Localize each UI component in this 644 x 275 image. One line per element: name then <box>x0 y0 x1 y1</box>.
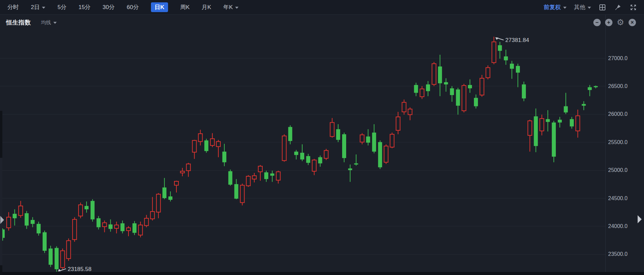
tab-60min[interactable]: 60分 <box>127 3 139 11</box>
chart-header: 恒生指数 均线 − + ⚙ × <box>0 15 644 27</box>
tab-label: 2日 <box>31 3 40 11</box>
adjust-type-label: 前复权 <box>544 3 561 11</box>
tab-year-k[interactable]: 年K <box>223 3 238 11</box>
low-price-annotation: 23185.58 <box>68 266 92 272</box>
toolbar-right: 前复权 其他 <box>544 3 637 11</box>
settings-gear-icon[interactable]: ⚙ <box>617 18 624 27</box>
other-label: 其他 <box>574 3 585 11</box>
period-toolbar: 分时 2日 5分 15分 30分 60分 日K 周K 月K 年K 前复权 其他 <box>0 0 644 15</box>
chart-controls: − + ⚙ × <box>593 19 636 27</box>
candlestick-chart[interactable]: 27000.026500.026000.025500.025000.024500… <box>0 15 644 275</box>
chart-panel: 27000.026500.026000.025500.025000.024500… <box>0 15 644 275</box>
tab-two-day[interactable]: 2日 <box>31 3 45 11</box>
zoom-in-icon[interactable]: + <box>605 19 612 26</box>
tab-15min[interactable]: 15分 <box>78 3 91 11</box>
y-axis-tick: 24500.0 <box>608 195 628 201</box>
chevron-down-icon <box>588 7 591 9</box>
symbol-title: 恒生指数 <box>6 18 31 27</box>
fullscreen-icon[interactable] <box>629 3 637 11</box>
tab-30min[interactable]: 30分 <box>103 3 115 11</box>
tab-label: 30分 <box>103 3 115 11</box>
y-axis-tick: 26000.0 <box>608 111 628 117</box>
tab-day-k[interactable]: 日K <box>151 2 168 12</box>
chevron-down-icon <box>563 7 567 9</box>
layout-grid-icon[interactable] <box>598 3 606 11</box>
tab-week-k[interactable]: 周K <box>180 3 190 11</box>
period-tabs: 分时 2日 5分 15分 30分 60分 日K 周K 月K 年K <box>7 2 238 12</box>
ma-label: 均线 <box>41 19 51 26</box>
tab-label: 5分 <box>57 3 66 11</box>
chevron-down-icon <box>235 7 238 9</box>
zoom-out-icon[interactable]: − <box>593 19 601 26</box>
tab-label: 周K <box>180 3 190 11</box>
tab-5min[interactable]: 5分 <box>57 3 66 11</box>
brush-icon[interactable] <box>614 3 622 11</box>
y-axis-tick: 25500.0 <box>608 139 628 145</box>
y-axis-tick: 23500.0 <box>608 251 628 257</box>
tab-label: 分时 <box>7 3 19 11</box>
y-axis-tick: 25000.0 <box>608 167 628 173</box>
tab-label: 年K <box>223 3 233 11</box>
other-dropdown[interactable]: 其他 <box>574 3 591 11</box>
close-icon[interactable]: × <box>629 19 636 26</box>
scroll-right-arrow[interactable] <box>638 215 642 223</box>
ma-dropdown[interactable]: 均线 <box>41 19 57 26</box>
high-price-annotation: 27381.84 <box>505 37 529 43</box>
chevron-down-icon <box>42 7 45 9</box>
tab-label: 月K <box>202 3 211 11</box>
tab-month-k[interactable]: 月K <box>202 3 211 11</box>
y-axis-tick: 24000.0 <box>608 223 628 229</box>
tab-time-share[interactable]: 分时 <box>7 3 19 11</box>
chevron-down-icon <box>53 22 57 24</box>
y-axis-tick: 26500.0 <box>608 83 628 89</box>
tab-label: 60分 <box>127 3 139 11</box>
tab-label: 日K <box>155 3 164 11</box>
adjust-type-dropdown[interactable]: 前复权 <box>544 3 567 11</box>
tab-label: 15分 <box>78 3 91 11</box>
y-axis-tick: 27000.0 <box>608 55 628 61</box>
